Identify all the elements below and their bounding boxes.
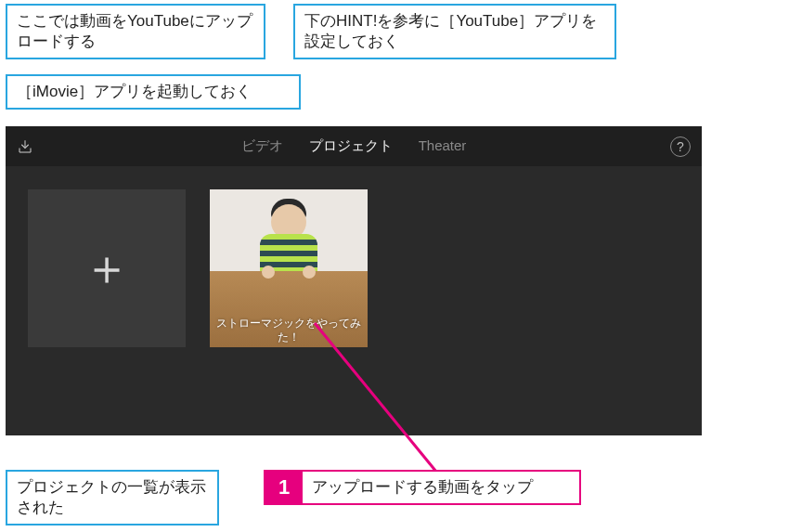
imovie-app-window: ビデオ プロジェクト Theater ? ＋ ストローマジックをやってみた！ [6,126,702,435]
project-thumb-hand-l [262,266,275,279]
project-tile-title: ストローマジックをやってみた！ [210,315,368,345]
project-thumb-hand-r [303,266,316,279]
step-callout-1: 1 アップロードする動画をタップ [264,470,581,505]
callout-hint-youtube-app: 下のHINT!を参考に［YouTube］アプリを設定しておく [293,4,616,59]
nav-project[interactable]: プロジェクト [309,137,393,155]
nav-video[interactable]: ビデオ [241,137,283,155]
imovie-toolbar: ビデオ プロジェクト Theater ? [6,126,702,167]
callout-upload-youtube: ここでは動画をYouTubeにアップロードする [6,4,265,59]
imovie-nav: ビデオ プロジェクト Theater [6,137,702,155]
project-tile-straw-magic[interactable]: ストローマジックをやってみた！ [210,189,368,347]
step-number: 1 [265,472,303,503]
plus-icon: ＋ [83,236,131,301]
nav-theater[interactable]: Theater [419,137,467,155]
imovie-project-grid: ＋ ストローマジックをやってみた！ [6,167,702,370]
callout-launch-imovie: ［iMovie］アプリを起動しておく [6,74,301,110]
callout-project-list-shown: プロジェクトの一覧が表示された [6,470,219,526]
new-project-tile[interactable]: ＋ [28,189,186,347]
step-text: アップロードする動画をタップ [303,472,542,503]
